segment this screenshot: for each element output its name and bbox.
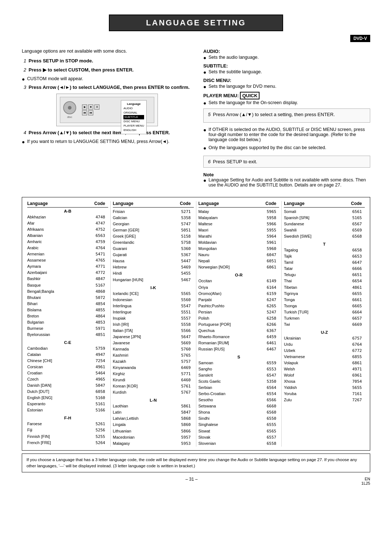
step-4-bullet-text: If you want to return to LANGUAGE SETTIN… bbox=[27, 139, 169, 144]
lang-code: 6367 bbox=[267, 328, 277, 334]
bullet-icon-r3: ● bbox=[203, 84, 206, 90]
lang-row: Gujarati5367 bbox=[113, 252, 194, 258]
lang-code: 5051 bbox=[181, 227, 191, 233]
lang-code: 4861 bbox=[352, 284, 362, 291]
lang-row: Estonian5166 bbox=[27, 407, 108, 413]
step-6-text: Press SETUP to exit. bbox=[213, 159, 257, 164]
lang-code: 5560 bbox=[181, 297, 191, 303]
player-menu-bullet: ● Sets the language for the On-screen di… bbox=[203, 100, 370, 106]
lang-name: Sindhi bbox=[199, 415, 210, 422]
lang-row: Czech4965 bbox=[27, 376, 108, 382]
lang-row: French [FRE]5264 bbox=[27, 440, 108, 446]
lang-name: Tatar bbox=[284, 266, 293, 272]
lang-name: Volapuk bbox=[284, 360, 298, 366]
lang-code: 6265 bbox=[267, 303, 277, 309]
step-5: 5 Press Arrow (▲/▼) to select a setting,… bbox=[208, 112, 366, 117]
lang-row: Cambodian5759 bbox=[27, 345, 108, 352]
lang-code: 6961 bbox=[352, 372, 362, 378]
lang-code: 5669 bbox=[181, 340, 191, 346]
lang-code: 5960 bbox=[267, 246, 277, 252]
lang-row: Nepali6051 bbox=[199, 258, 279, 264]
lang-row: Quechua6367 bbox=[199, 328, 279, 334]
device-diagram: disc ▶ ■ ⏸ ⏮ ⏭ bbox=[56, 94, 158, 126]
lang-row: Panjabi6247 bbox=[199, 297, 279, 303]
lang-header-lang-2: Language bbox=[199, 201, 219, 206]
lang-name: Somali bbox=[284, 209, 296, 215]
lang-code: 5358 bbox=[181, 215, 191, 221]
lang-name: Latin bbox=[113, 409, 122, 415]
lang-row: Slovak6557 bbox=[199, 434, 279, 440]
lang-code: 5261 bbox=[95, 421, 105, 427]
lang-code: 5971 bbox=[95, 325, 105, 332]
lang-name: Icelandic [ICE] bbox=[113, 291, 139, 297]
lang-name: Polish bbox=[199, 315, 209, 321]
lang-row: Frisian5271 bbox=[113, 209, 194, 215]
lang-name: Malayalam bbox=[199, 215, 218, 221]
lang-code: 6564 bbox=[267, 385, 277, 391]
lang-name: Amharic bbox=[27, 239, 42, 245]
lang-name: Serbian bbox=[199, 385, 212, 391]
lang-name: Kinyarwanda bbox=[113, 365, 136, 371]
lang-row: Kazakh5757 bbox=[113, 358, 194, 365]
lang-row: Greek [GRE]5158 bbox=[113, 233, 194, 239]
lang-code: 6651 bbox=[352, 272, 362, 278]
lang-name: Urdu bbox=[284, 341, 293, 348]
disc-menu-bullet: ● Sets the language for DVD menu. bbox=[203, 84, 370, 90]
lang-name: Persian bbox=[199, 309, 212, 315]
lang-row: Icelandic [ICE]5565 bbox=[113, 291, 194, 297]
subtitle-bullet-text: Sets the subtitle language. bbox=[208, 69, 262, 74]
lang-name: Bislama bbox=[27, 307, 41, 313]
lang-row: Azerbaijani4772 bbox=[27, 270, 108, 276]
lang-code: 7054 bbox=[352, 378, 362, 385]
lang-row: Lingala5860 bbox=[113, 422, 194, 428]
bullet-icon-r2: ● bbox=[203, 69, 206, 75]
lang-row: Abkhazian4748 bbox=[27, 214, 108, 220]
lang-name: Bashkir bbox=[27, 276, 41, 282]
lang-row: Burmese5971 bbox=[27, 325, 108, 332]
lang-row: Marathi5964 bbox=[199, 233, 279, 239]
lang-row: Sesotho6566 bbox=[199, 397, 279, 403]
lang-code: 5761 bbox=[181, 383, 191, 389]
lang-name: Frisian bbox=[113, 209, 125, 215]
lang-code: 5866 bbox=[181, 428, 191, 434]
lang-row: Bislama4855 bbox=[27, 307, 108, 313]
lang-name: Assamese bbox=[27, 257, 46, 263]
lang-code: 4765 bbox=[95, 257, 105, 263]
lang-col-header-2: LanguageCode bbox=[199, 201, 279, 208]
page-title: LANGUAGE SETTING bbox=[109, 15, 283, 31]
lang-name: Slovak bbox=[199, 434, 211, 440]
step-1-num: 1 bbox=[24, 58, 26, 63]
lang-name: Galician bbox=[113, 215, 127, 221]
lang-code: 5255 bbox=[95, 434, 105, 440]
lang-name: Oromo(Afan) bbox=[199, 291, 222, 297]
lang-name: Oriya bbox=[199, 284, 208, 291]
lang-code: 7254 bbox=[95, 358, 105, 364]
lang-name: Mongolian bbox=[199, 246, 217, 252]
lang-row: Basque5167 bbox=[27, 282, 108, 288]
lang-code: 4772 bbox=[95, 270, 105, 276]
lang-code: 5767 bbox=[181, 389, 191, 395]
lang-name: Tigrinya bbox=[284, 291, 298, 297]
lang-name: Hungarian [HUN] bbox=[113, 277, 143, 283]
lang-code: 4747 bbox=[95, 220, 105, 226]
lang-code: 4961 bbox=[95, 364, 105, 370]
lang-code: 6569 bbox=[352, 227, 362, 233]
bullet-icon-r6: ● bbox=[203, 145, 206, 151]
step-3-text: Press Arrow (◄/►) to select LANGUAGE, th… bbox=[29, 85, 190, 90]
lang-name: Interlingua bbox=[113, 303, 131, 309]
lang-row: Breton4864 bbox=[27, 313, 108, 319]
lang-code: 5360 bbox=[181, 246, 191, 252]
lang-code: 5350 bbox=[267, 378, 277, 385]
lang-code: 5868 bbox=[181, 415, 191, 422]
language-table-section: LanguageCodeA-BAbkhazian4748Afar4747Afri… bbox=[22, 197, 370, 451]
lang-row: Malay5965 bbox=[199, 209, 279, 215]
lang-row: Uzbek6772 bbox=[284, 348, 365, 354]
lang-row: Oriya6164 bbox=[199, 284, 279, 291]
lang-row: Kashmiri5765 bbox=[113, 352, 194, 358]
lang-name: Estonian bbox=[27, 407, 43, 413]
lang-code: 5464 bbox=[95, 370, 105, 376]
lang-name: Burmese bbox=[27, 325, 43, 332]
lang-row: Bihari4854 bbox=[27, 301, 108, 307]
lang-row: Chinese [CHI]7254 bbox=[27, 358, 108, 364]
lang-row: Oromo(Afan)6159 bbox=[199, 291, 279, 297]
